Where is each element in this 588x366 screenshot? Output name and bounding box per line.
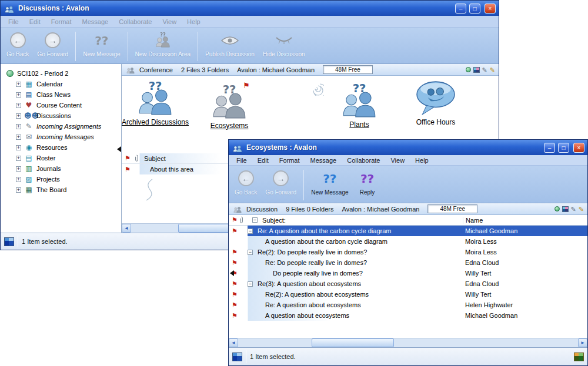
scroll-left-icon[interactable]: ◄ [229, 338, 238, 347]
message-row[interactable]: ⚑ − Re(2): Do people really live in dome… [229, 247, 587, 257]
expand-icon[interactable]: + [16, 187, 21, 193]
expand-icon[interactable]: + [16, 135, 21, 140]
expand-icon[interactable]: + [16, 156, 21, 161]
menu-message[interactable]: Message [77, 17, 114, 26]
scroll-left-icon[interactable]: ◄ [122, 224, 131, 233]
tree-item-roster[interactable]: + ▤ Roster [1, 153, 121, 163]
close-button[interactable]: × [573, 143, 584, 153]
new-message-button[interactable]: ?? New Message [79, 31, 124, 62]
thread-expander-icon[interactable]: − [248, 281, 253, 287]
edit-pencil-gold-icon[interactable]: ✎ [490, 67, 495, 73]
message-row[interactable]: ⚑ − Re(2): A question about ecosystems W… [229, 289, 587, 300]
expand-icon[interactable]: + [16, 82, 21, 87]
collapse-all-icon[interactable]: − [252, 217, 258, 223]
message-row[interactable]: ⚑ − A question about the carbon cycle di… [229, 236, 587, 247]
go-forward-button[interactable]: → Go Forward [33, 31, 72, 62]
minimize-button[interactable]: – [544, 143, 555, 153]
menu-bar: FileEditFormatMessageCollaborateViewHelp [1, 16, 499, 28]
scroll-thumb[interactable] [312, 338, 394, 347]
tree-item-projects[interactable]: + ▨ Projects [1, 174, 121, 184]
close-button[interactable]: × [485, 4, 496, 14]
conference-item-office-hours[interactable]: Office Hours [383, 79, 489, 126]
thread-expander-icon[interactable]: − [248, 250, 253, 255]
status-text: 1 Item selected. [22, 238, 68, 245]
conference-item-ecosystems[interactable]: ?? Ecosystems ⚑ [197, 83, 262, 130]
tree-item-class-news[interactable]: + ▤ Class News [1, 89, 121, 100]
menu-collaborate[interactable]: Collaborate [113, 17, 157, 26]
go-back-button[interactable]: ← Go Back [2, 31, 33, 62]
menu-help[interactable]: Help [182, 17, 206, 26]
message-row[interactable]: ⚑ − Re: A question about ecosystems Hele… [229, 300, 587, 310]
tree-item-discussions[interactable]: + ☻☻ Discussions [1, 110, 121, 121]
conference-item-archived-discussions[interactable]: ?? Archived Discussions [122, 79, 189, 126]
scroll-right-icon[interactable]: ► [578, 338, 587, 347]
menu-format[interactable]: Format [274, 156, 305, 165]
column-header-row[interactable]: ⚑ − Subject: Name [229, 215, 587, 226]
tree-root-sci102[interactable]: SCI102 - Period 2 [1, 68, 121, 79]
tree-item-calendar[interactable]: + ▦ Calendar [1, 79, 121, 89]
online-status-icon[interactable] [466, 67, 471, 72]
menu-view[interactable]: View [385, 156, 410, 165]
scroll-track[interactable] [238, 338, 578, 347]
message-row[interactable]: ⚑ − Re(3): A question about ecosystems E… [229, 278, 587, 289]
expand-icon[interactable]: + [16, 166, 21, 172]
menu-edit[interactable]: Edit [24, 17, 46, 26]
hide-discussion-button[interactable]: Hide Discussion [259, 31, 309, 62]
tree-item-incoming-assignments[interactable]: + ✎ Incoming Assignments [1, 121, 121, 132]
go-back-button[interactable]: ← Go Back [230, 169, 261, 202]
palette-icon[interactable] [473, 67, 480, 73]
tree-item-course-content[interactable]: + ♥ Course Content [1, 100, 121, 110]
palette-icon[interactable] [562, 206, 569, 212]
expand-icon[interactable]: + [16, 92, 21, 98]
edit-pencil-gold-icon[interactable]: ✎ [579, 206, 584, 212]
new-discussion-area-button[interactable]: ?? New Discussion Area [131, 31, 195, 62]
tree-item-resources[interactable]: + ◉ Resources [1, 142, 121, 153]
name-column-header[interactable]: Name [463, 217, 587, 224]
view-grid-alt-icon[interactable] [574, 352, 584, 361]
online-status-icon[interactable] [554, 206, 560, 211]
edit-pencil-icon[interactable]: ✎ [571, 206, 576, 212]
menu-collaborate[interactable]: Collaborate [342, 156, 385, 165]
pane-splitter-arrow[interactable] [230, 270, 234, 276]
pane-splitter-arrow[interactable] [117, 146, 121, 152]
titlebar-discussions[interactable]: Discussions : Avalon – □ × [1, 1, 499, 16]
thread-expander-icon[interactable]: − [248, 229, 253, 234]
maximize-button[interactable]: □ [558, 143, 569, 153]
message-row[interactable]: ⚑ − Do people really live in domes? Will… [229, 268, 587, 278]
minimize-button[interactable]: – [455, 4, 466, 14]
subject-column-header[interactable]: Subject [144, 155, 166, 162]
menu-edit[interactable]: Edit [252, 156, 274, 165]
expand-icon[interactable]: + [16, 124, 21, 129]
horizontal-scrollbar[interactable]: ◄ ► [229, 338, 587, 347]
view-grid-icon[interactable] [232, 352, 242, 361]
subject-column-header[interactable]: Subject: [258, 217, 463, 224]
tree-item-the-board[interactable]: + ▦ The Board [1, 184, 121, 195]
menu-message[interactable]: Message [305, 156, 342, 165]
status-bar: 1 Item selected. [229, 347, 587, 365]
menu-view[interactable]: View [157, 17, 182, 26]
reply-button[interactable]: ?? Reply [353, 169, 382, 202]
menu-bar: FileEditFormatMessageCollaborateViewHelp [229, 155, 587, 166]
menu-format[interactable]: Format [46, 17, 77, 26]
message-row[interactable]: ⚑ − A question about ecosystems Michael … [229, 310, 587, 321]
panel-kind: Discussion [246, 206, 278, 213]
publish-discussion-button[interactable]: Publish Discussion [201, 31, 259, 62]
menu-help[interactable]: Help [410, 156, 434, 165]
menu-file[interactable]: File [231, 156, 252, 165]
conference-icon [125, 65, 136, 75]
maximize-button[interactable]: □ [469, 4, 480, 14]
expand-icon[interactable]: + [16, 103, 21, 108]
message-row[interactable]: ⚑ − Re: A question about the carbon cycl… [229, 226, 587, 236]
titlebar-ecosystems[interactable]: Ecosystems : Avalon – □ × [229, 140, 587, 155]
expand-icon[interactable]: + [16, 113, 21, 119]
expand-icon[interactable]: + [16, 145, 21, 150]
tree-item-incoming-messages[interactable]: + ✉ Incoming Messages [1, 132, 121, 142]
go-forward-button[interactable]: → Go Forward [261, 169, 300, 202]
new-message-button[interactable]: ?? New Message [307, 169, 352, 202]
menu-file[interactable]: File [3, 17, 24, 26]
expand-icon[interactable]: + [16, 177, 21, 182]
edit-pencil-icon[interactable]: ✎ [482, 67, 487, 73]
view-grid-icon[interactable] [4, 237, 14, 246]
tree-item-journals[interactable]: + ▥ Journals [1, 163, 121, 174]
message-row[interactable]: ⚑ − Re: Do people really live in domes? … [229, 257, 587, 268]
